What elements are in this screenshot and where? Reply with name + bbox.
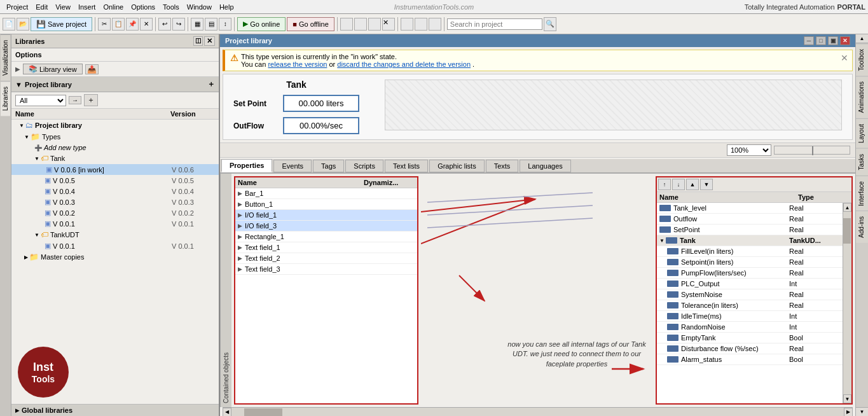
panel-close-btn[interactable]: ✕ <box>204 36 215 46</box>
toolbar-redo[interactable]: ↪ <box>172 18 185 31</box>
menu-window[interactable]: Window <box>183 2 216 12</box>
menu-tools[interactable]: Tools <box>159 2 183 12</box>
sidebar-item-interface[interactable]: Interface <box>856 176 868 211</box>
tab-tags[interactable]: Tags <box>313 160 344 172</box>
toolbar-misc8[interactable] <box>401 18 413 31</box>
filter-select[interactable]: All <box>15 95 66 106</box>
search-input[interactable] <box>447 18 542 30</box>
titlebar-close-btn[interactable]: ✕ <box>840 36 850 45</box>
tab-scripts[interactable]: Scripts <box>345 160 383 172</box>
toolbar-misc3[interactable]: ↕ <box>219 18 231 31</box>
toolbar-misc5[interactable] <box>354 18 367 31</box>
tree-item-tank-folder[interactable]: ▼ 🏷 Tank <box>11 153 219 164</box>
library-view-button[interactable]: 📚 Library view <box>23 64 83 74</box>
menu-insert[interactable]: Insert <box>74 2 100 12</box>
props-row-tank-group[interactable]: ▼ Tank TankUD... <box>657 235 843 246</box>
panel-icon-btn1[interactable]: ◫ <box>193 36 203 46</box>
sidebar-item-animations[interactable]: Animations <box>856 76 868 118</box>
libraries-tab[interactable]: Libraries <box>1 81 10 116</box>
toolbar-btn-new[interactable]: 📄 <box>3 18 15 31</box>
props-row-setpoint[interactable]: SetPoint Real <box>657 225 843 235</box>
list-row-rect1[interactable]: ▶ Rectangle_1 <box>235 232 417 242</box>
menu-project[interactable]: Project <box>3 2 32 12</box>
props-tb-sort-asc[interactable]: ↑ <box>658 179 671 190</box>
menu-options[interactable]: Options <box>127 2 159 12</box>
toolbar-copy[interactable]: 📋 <box>112 18 125 31</box>
setpoint-value[interactable]: 00.000 liters <box>283 95 359 112</box>
search-go-button[interactable]: 🔍 <box>544 17 556 31</box>
go-online-button[interactable]: ▶Go online <box>237 17 286 31</box>
titlebar-min-btn[interactable]: ─ <box>804 36 814 45</box>
zoom-select[interactable]: 100% <box>727 144 771 156</box>
tree-item-tankudt-v001[interactable]: ▣ V 0.0.1 V 0.0.1 <box>11 240 219 251</box>
menu-help[interactable]: Help <box>216 2 238 12</box>
toolbar-misc2[interactable]: ▤ <box>205 18 217 31</box>
list-row-text2[interactable]: ▶ Text field_2 <box>235 253 417 264</box>
tree-item-v005[interactable]: ▣ V 0.0.5 V 0.0.5 <box>11 175 219 186</box>
props-tb-down[interactable]: ▼ <box>700 179 713 190</box>
filter-arrow-btn[interactable]: → <box>69 96 81 104</box>
tab-events[interactable]: Events <box>273 160 312 172</box>
tree-item-v004[interactable]: ▣ V 0.0.4 V 0.0.4 <box>11 186 219 197</box>
toolbar-misc6[interactable] <box>368 18 381 31</box>
warning-dismiss-btn[interactable]: ✕ <box>841 53 848 63</box>
toolbar-misc1[interactable]: ▦ <box>191 18 203 31</box>
props-row-randomnoise[interactable]: RandomNoise Int <box>657 322 843 333</box>
titlebar-restore-btn[interactable]: □ <box>816 36 826 45</box>
tree-item-tankudt-folder[interactable]: ▼ 🏷 TankUDT <box>11 229 219 240</box>
toolbar-misc4[interactable] <box>340 18 353 31</box>
props-row-alarm[interactable]: Alarm_status Bool <box>657 354 843 365</box>
props-scrollbar[interactable]: ▲ ▼ <box>843 203 851 403</box>
tree-item-v006[interactable]: ▣ V 0.0.6 [in work] V 0.0.6 <box>11 164 219 175</box>
right-sidebar-scroll-up[interactable]: ▲ <box>856 34 868 43</box>
tree-item-project-library[interactable]: ▼ 🗂 Project library <box>11 120 219 131</box>
tab-graphic-lists[interactable]: Graphic lists <box>429 160 485 172</box>
sidebar-item-tasks[interactable]: Tasks <box>856 148 868 176</box>
list-row-text1[interactable]: ▶ Text field_1 <box>235 242 417 253</box>
go-offline-button[interactable]: ■Go offline <box>287 17 334 31</box>
menu-edit[interactable]: Edit <box>32 2 52 12</box>
props-row-tolerance[interactable]: Tolerance(in liters) Real <box>657 300 843 311</box>
props-tb-up[interactable]: ▲ <box>686 179 699 190</box>
visualization-tab[interactable]: Visualization <box>1 34 10 81</box>
save-button[interactable]: 💾 Save project <box>31 17 92 31</box>
zoom-bar[interactable] <box>774 146 850 155</box>
toolbar-delete[interactable]: ✕ <box>140 18 153 31</box>
menu-online[interactable]: Online <box>99 2 127 12</box>
props-row-idletime[interactable]: IdleTime(ms) Int <box>657 311 843 322</box>
list-row-bar1[interactable]: ▶ Bar_1 <box>235 188 417 199</box>
toolbar-misc10[interactable] <box>429 18 441 31</box>
tab-text-lists[interactable]: Text lists <box>385 160 428 172</box>
outflow-value[interactable]: 00.00%/sec <box>283 117 359 134</box>
props-row-outflow[interactable]: Outflow Real <box>657 214 843 225</box>
tree-item-v001[interactable]: ▣ V 0.0.1 V 0.0.1 <box>11 218 219 229</box>
tab-properties[interactable]: Properties <box>221 159 272 172</box>
sidebar-item-addins[interactable]: Add-ins <box>856 211 868 243</box>
toolbar-btn-open[interactable]: 📂 <box>17 18 29 31</box>
project-library-header[interactable]: ▼ Project library ＋ <box>11 77 219 92</box>
tree-item-master-copies[interactable]: ▶ 📁 Master copies <box>11 251 219 263</box>
add-icon[interactable]: ＋ <box>207 79 215 90</box>
props-row-systemnoise[interactable]: SystemNoise Real <box>657 289 843 300</box>
right-sidebar-scroll-down[interactable]: ▼ <box>856 407 868 416</box>
props-row-plcoutput[interactable]: PLC_Output Int <box>657 279 843 289</box>
toolbar-cut[interactable]: ✂ <box>98 18 111 31</box>
list-row-text3[interactable]: ▶ Text field_3 <box>235 264 417 275</box>
props-row-emptytank[interactable]: EmptyTank Bool <box>657 333 843 343</box>
scroll-up-btn[interactable]: ▲ <box>843 203 851 212</box>
export-icon[interactable]: 📤 <box>85 64 99 74</box>
toolbar-undo[interactable]: ↩ <box>158 18 171 31</box>
props-row-pumpflow[interactable]: PumpFlow(liters/sec) Real <box>657 268 843 279</box>
toolbar-misc9[interactable] <box>415 18 427 31</box>
tree-item-add-type[interactable]: ➕ Add new type <box>11 142 219 153</box>
props-row-filllevel[interactable]: FillLevel(in liters) Real <box>657 246 843 257</box>
filter-add-btn[interactable]: ＋ <box>84 94 98 106</box>
props-row-setpoint-liters[interactable]: Setpoint(in liters) Real <box>657 257 843 268</box>
props-row-disturbance[interactable]: Disturbance flow (%/sec) Real <box>657 343 843 354</box>
tab-texts[interactable]: Texts <box>486 160 519 172</box>
tab-languages[interactable]: Languages <box>520 160 570 172</box>
sidebar-item-toolbox[interactable]: Toolbox <box>856 43 868 76</box>
tree-item-v003[interactable]: ▣ V 0.0.3 V 0.0.3 <box>11 197 219 207</box>
hscroll-right-btn[interactable]: ▶ <box>844 408 853 417</box>
discard-link[interactable]: discard the changes and delete the versi… <box>337 60 471 68</box>
